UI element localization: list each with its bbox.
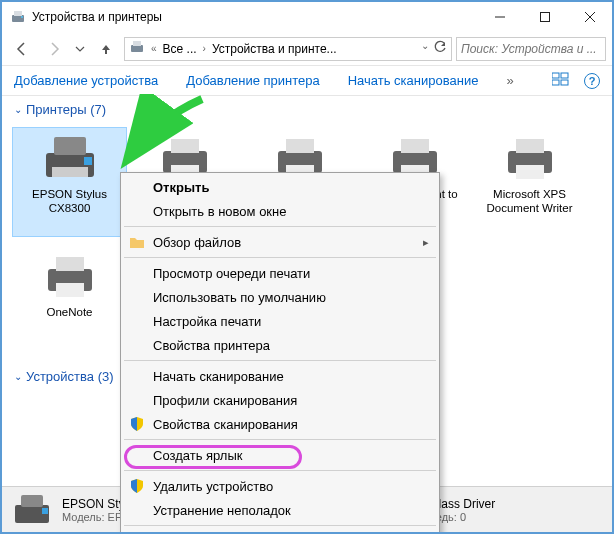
add-printer-link[interactable]: Добавление принтера: [186, 73, 319, 88]
help-icon[interactable]: ?: [584, 73, 600, 89]
menu-scan-profiles[interactable]: Профили сканирования: [123, 388, 437, 412]
svg-rect-30: [56, 257, 84, 271]
menu-scan-properties[interactable]: Свойства сканирования: [123, 412, 437, 436]
svg-rect-37: [42, 508, 48, 514]
menu-browse-files[interactable]: Обзор файлов ▸: [123, 230, 437, 254]
device-label: Microsoft XPS Document Writer: [476, 187, 583, 216]
window-controls: [477, 2, 612, 32]
device-onenote[interactable]: OneNote: [12, 245, 127, 355]
svg-rect-8: [133, 41, 141, 46]
menu-set-default[interactable]: Использовать по умолчанию: [123, 285, 437, 309]
group-count: (3): [98, 369, 114, 384]
menu-remove-device[interactable]: Удалить устройство: [123, 474, 437, 498]
address-bar: « Все ... › Устройства и принте... ⌄: [2, 32, 612, 66]
device-label: OneNote: [46, 305, 92, 319]
titlebar: Устройства и принтеры: [2, 2, 612, 32]
chevron-down-icon: ⌄: [14, 104, 22, 115]
recent-dropdown[interactable]: [72, 37, 88, 61]
shield-icon: [129, 478, 145, 494]
menu-printer-properties[interactable]: Свойства принтера: [123, 333, 437, 357]
svg-rect-11: [552, 80, 559, 85]
submenu-arrow-icon: ▸: [423, 236, 429, 249]
chevron-right-icon: ›: [201, 43, 208, 54]
menu-separator: [124, 360, 436, 361]
add-device-link[interactable]: Добавление устройства: [14, 73, 158, 88]
printer-icon: [500, 133, 560, 183]
toolbar: Добавление устройства Добавление принтер…: [2, 66, 612, 96]
start-scan-link[interactable]: Начать сканирование: [348, 73, 479, 88]
menu-start-scan[interactable]: Начать сканирование: [123, 364, 437, 388]
group-header-printers[interactable]: ⌄ Принтеры (7): [2, 96, 612, 123]
menu-create-shortcut[interactable]: Создать ярлык: [123, 443, 437, 467]
svg-rect-24: [401, 139, 429, 153]
svg-rect-14: [54, 137, 86, 155]
location-icon: [129, 39, 145, 58]
menu-separator: [124, 525, 436, 526]
minimize-button[interactable]: [477, 2, 522, 32]
printer-mfp-icon: [40, 133, 100, 183]
menu-separator: [124, 257, 436, 258]
search-box[interactable]: [456, 37, 606, 61]
breadcrumb-seg-devices[interactable]: Устройства и принте...: [212, 42, 337, 56]
forward-button[interactable]: [40, 37, 68, 61]
svg-rect-12: [561, 80, 568, 85]
svg-rect-21: [286, 139, 314, 153]
svg-point-2: [21, 16, 23, 18]
status-device-icon: [12, 493, 52, 527]
svg-rect-18: [171, 139, 199, 153]
up-button[interactable]: [92, 37, 120, 61]
svg-rect-27: [516, 139, 544, 153]
search-input[interactable]: [461, 42, 601, 56]
svg-rect-28: [516, 165, 544, 179]
group-label: Принтеры: [26, 102, 87, 117]
menu-open[interactable]: Открыть: [123, 175, 437, 199]
menu-separator: [124, 439, 436, 440]
context-menu: Открыть Открыть в новом окне Обзор файло…: [120, 172, 440, 534]
svg-rect-16: [84, 157, 92, 165]
menu-print-settings[interactable]: Настройка печати: [123, 309, 437, 333]
folder-icon: [129, 234, 145, 250]
toolbar-overflow[interactable]: »: [506, 73, 513, 88]
breadcrumb-box[interactable]: « Все ... › Устройства и принте... ⌄: [124, 37, 452, 61]
close-button[interactable]: [567, 2, 612, 32]
svg-rect-4: [540, 13, 549, 22]
device-label: EPSON Stylus CX8300: [16, 187, 123, 216]
refresh-icon[interactable]: [433, 40, 447, 57]
svg-rect-1: [14, 11, 22, 16]
maximize-button[interactable]: [522, 2, 567, 32]
shield-icon: [129, 416, 145, 432]
svg-rect-9: [552, 73, 559, 78]
svg-rect-15: [52, 167, 88, 177]
chevron-icon: «: [149, 43, 159, 54]
menu-troubleshoot[interactable]: Устранение неполадок: [123, 498, 437, 522]
menu-view-queue[interactable]: Просмотр очереди печати: [123, 261, 437, 285]
menu-separator: [124, 226, 436, 227]
svg-rect-10: [561, 73, 568, 78]
group-count: (7): [90, 102, 106, 117]
chevron-down-icon: ⌄: [14, 371, 22, 382]
menu-separator: [124, 470, 436, 471]
svg-rect-31: [56, 283, 84, 297]
printer-icon: [40, 251, 100, 301]
breadcrumb-dropdown[interactable]: ⌄: [419, 40, 431, 57]
menu-open-new-window[interactable]: Открыть в новом окне: [123, 199, 437, 223]
back-button[interactable]: [8, 37, 36, 61]
svg-rect-36: [21, 495, 43, 507]
device-epson-cx8300[interactable]: EPSON Stylus CX8300: [12, 127, 127, 237]
view-mode-button[interactable]: [552, 72, 570, 89]
group-label: Устройства: [26, 369, 94, 384]
svg-rect-7: [131, 45, 143, 52]
window-title: Устройства и принтеры: [32, 10, 477, 24]
device-ms-xps-writer[interactable]: Microsoft XPS Document Writer: [472, 127, 587, 237]
breadcrumb-seg-all[interactable]: Все ...: [163, 42, 197, 56]
devices-printers-icon: [10, 9, 26, 25]
menu-properties[interactable]: Свойства: [123, 529, 437, 534]
